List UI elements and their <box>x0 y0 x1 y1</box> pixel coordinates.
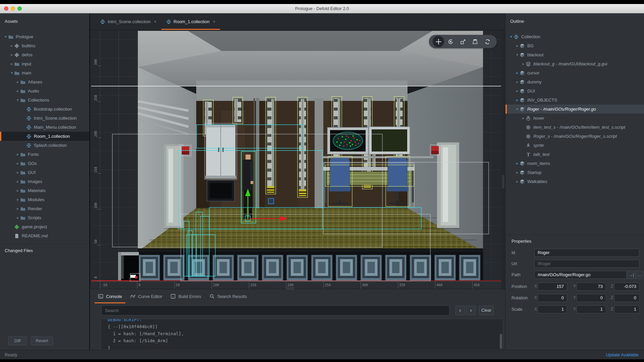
chevron-right-icon[interactable]: ▸ <box>515 161 520 166</box>
assets-item-splash-collection[interactable]: Splash.collection <box>0 141 89 150</box>
chevron-down-icon[interactable]: ▾ <box>3 35 8 39</box>
splitter-grip-icon[interactable] <box>286 288 294 289</box>
chevron-right-icon[interactable]: ▸ <box>15 170 20 175</box>
position-x-field[interactable]: 157 <box>538 283 567 291</box>
goto-resource-button[interactable]: →| <box>627 271 636 279</box>
url-field[interactable]: /Roger <box>534 260 639 268</box>
assets-item-bootstrap-collection[interactable]: Bootstrap.collection <box>0 105 89 114</box>
chevron-right-icon[interactable]: ▸ <box>9 44 14 48</box>
outline-item-sprite[interactable]: sprite <box>505 141 644 150</box>
rotate-tool-button[interactable] <box>445 36 457 47</box>
tab-intro-scene-collection[interactable]: Intro_Scene.collection× <box>95 13 161 30</box>
assets-item-builtins[interactable]: ▸builtins <box>0 41 89 50</box>
assets-item-prologue[interactable]: ▾Prologue <box>0 32 89 41</box>
outline-item-blackout-g-main-gui-blackout-g-gui[interactable]: ▸blackout_g - /main/GUI/blackout_g.gui <box>505 59 644 68</box>
assets-item-gui[interactable]: ▸GUI <box>0 168 89 177</box>
scale-x-field[interactable]: 1 <box>538 305 567 313</box>
chevron-right-icon[interactable]: ▸ <box>15 206 20 211</box>
assets-item-game-project[interactable]: game.project <box>0 222 89 231</box>
scale-tool-button[interactable] <box>457 36 469 47</box>
rotation-y-field[interactable]: 0 <box>577 294 606 302</box>
chevron-right-icon[interactable]: ▸ <box>15 197 20 202</box>
outline-item-roger-s-main-gos-roger-roger-s-script[interactable]: Roger_s - /main/GOs/Roger/Roger_s.script <box>505 132 644 141</box>
chevron-right-icon[interactable]: ▸ <box>9 53 14 57</box>
chevron-right-icon[interactable]: ▸ <box>515 89 520 93</box>
assets-item-intro-scene-collection[interactable]: Intro_Scene.collection <box>0 114 89 123</box>
search-next-button[interactable]: › <box>466 306 476 315</box>
chevron-right-icon[interactable]: ▸ <box>515 44 520 48</box>
rotation-x-field[interactable]: 0 <box>538 294 567 302</box>
position-z-field[interactable]: -0.073 <box>614 283 640 291</box>
chevron-right-icon[interactable]: ▸ <box>15 161 20 166</box>
tab-curve-editor[interactable]: Curve Editor <box>126 289 166 303</box>
console-scrollbar[interactable] <box>500 334 502 349</box>
assets-item-render[interactable]: ▸Render <box>0 204 89 213</box>
frustum-tool-button[interactable] <box>470 36 481 47</box>
path-field[interactable]: /main/GOs/Roger/Roger.go <box>534 271 627 279</box>
tab-build-errors[interactable]: !Build Errors <box>166 289 205 303</box>
outline-item-room-items[interactable]: ▸room_items <box>505 159 644 168</box>
chevron-down-icon[interactable]: ▾ <box>509 35 514 39</box>
update-available-link[interactable]: Update Available <box>606 352 639 357</box>
assets-item-atlases[interactable]: ▸Atlases <box>0 77 89 86</box>
outline-item-roger-main-gos-roger-roger-go[interactable]: ▾Roger - /main/GOs/Roger/Roger.go <box>505 105 644 114</box>
vertical-splitter[interactable] <box>501 30 505 289</box>
clear-button[interactable]: Clear <box>479 306 494 315</box>
outline-item-cursor[interactable]: ▸cursor <box>505 68 644 77</box>
chevron-down-icon[interactable]: ▾ <box>15 98 20 102</box>
scale-y-field[interactable]: 1 <box>577 305 606 313</box>
search-input[interactable] <box>101 305 449 315</box>
outline-item-talk-text[interactable]: Ttalk_text <box>505 150 644 159</box>
assets-item-audio[interactable]: ▸Audio <box>0 86 89 96</box>
close-icon[interactable]: × <box>154 19 157 24</box>
assets-item-materials[interactable]: ▸Materials <box>0 186 89 195</box>
scene-canvas[interactable]: 300250200150100500 -50050100150200250300… <box>91 30 501 289</box>
chevron-right-icon[interactable]: ▸ <box>515 80 520 84</box>
outline-item-startup[interactable]: ▸Startup <box>505 168 644 177</box>
chevron-right-icon[interactable]: ▸ <box>9 62 14 66</box>
assets-item-gos[interactable]: ▸GOs <box>0 159 89 168</box>
outline-item-bg[interactable]: ▸BG <box>505 41 644 50</box>
chevron-right-icon[interactable]: ▸ <box>521 116 526 120</box>
position-y-field[interactable]: 73 <box>577 283 606 291</box>
assets-item-images[interactable]: ▸Images <box>0 177 89 186</box>
chevron-right-icon[interactable]: ▸ <box>15 216 20 220</box>
assets-item-defos[interactable]: ▸defos <box>0 50 89 59</box>
browse-button[interactable]: … <box>636 271 643 279</box>
assets-item-main-menu-collection[interactable]: Main_Menu.collection <box>0 123 89 132</box>
id-field[interactable]: Roger <box>534 249 639 257</box>
refresh-tool-button[interactable] <box>482 36 493 47</box>
chevron-right-icon[interactable]: ▸ <box>515 170 520 175</box>
diff-button[interactable]: Diff <box>8 337 27 345</box>
assets-item-collections[interactable]: ▾Collections <box>0 96 89 105</box>
close-icon[interactable]: × <box>213 19 215 24</box>
assets-item-scripts[interactable]: ▸Scripts <box>0 213 89 222</box>
tab-room-1-collection[interactable]: Room_1.collection× <box>161 13 220 30</box>
assets-item-main[interactable]: ▾main <box>0 68 89 77</box>
chevron-down-icon[interactable]: ▾ <box>515 53 520 57</box>
rotation-z-field[interactable]: 0 <box>614 294 640 302</box>
assets-item-room-1-collection[interactable]: Room_1.collection <box>0 132 89 141</box>
scene-view[interactable] <box>91 30 501 289</box>
chevron-right-icon[interactable]: ▸ <box>515 98 520 102</box>
chevron-right-icon[interactable]: ▸ <box>15 80 20 84</box>
chevron-right-icon[interactable]: ▸ <box>15 188 20 193</box>
assets-item-input[interactable]: ▸input <box>0 59 89 68</box>
assets-item-fonts[interactable]: ▸Fonts <box>0 150 89 159</box>
chevron-right-icon[interactable]: ▸ <box>15 152 20 157</box>
outline-item-item-test-s-main-gos-item-item-test-s-script[interactable]: item_test_s - /main/GOs/Item/item_test_s… <box>505 123 644 132</box>
console-output[interactable]: DEBUG:SCRIPT:{ --[[0x10f404bc0]] 1 = has… <box>101 319 503 350</box>
assets-item-readme-md[interactable]: README.md <box>0 231 89 240</box>
chevron-down-icon[interactable]: ▾ <box>515 107 520 111</box>
outline-item-collection[interactable]: ▾Collection <box>505 32 644 41</box>
revert-button[interactable]: Revert <box>31 337 53 345</box>
assets-item-modules[interactable]: ▸Modules <box>0 195 89 204</box>
search-prev-button[interactable]: ‹ <box>455 306 465 315</box>
chevron-right-icon[interactable]: ▸ <box>15 179 20 184</box>
scale-z-field[interactable]: 1 <box>614 305 640 313</box>
outline-item-dummy[interactable]: ▸dummy <box>505 77 644 86</box>
chevron-right-icon[interactable]: ▸ <box>521 62 526 66</box>
outline-item-walkables[interactable]: ▸Walkables <box>505 177 644 186</box>
move-tool-button[interactable] <box>433 36 444 47</box>
chevron-right-icon[interactable]: ▸ <box>515 71 520 75</box>
